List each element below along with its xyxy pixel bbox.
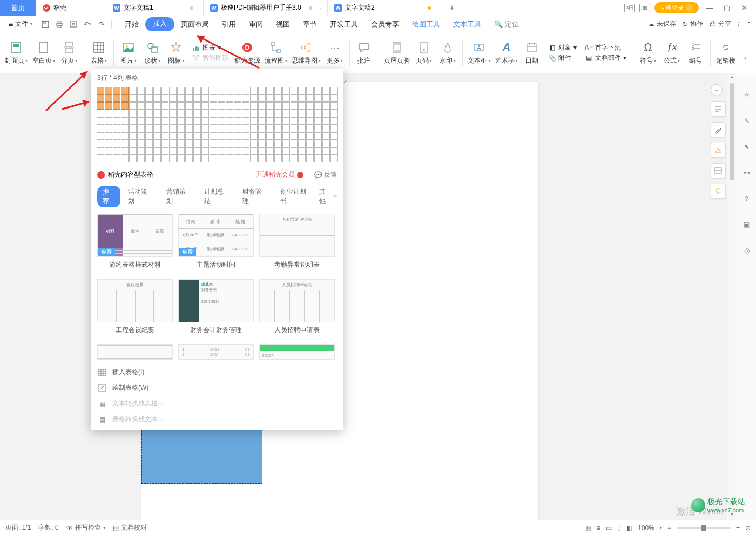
date-button[interactable]: 日期 (521, 38, 543, 67)
undo-icon[interactable]: ↶▾ (82, 19, 93, 30)
dao-res-button[interactable]: 稻壳资源 (233, 38, 262, 67)
home-tab[interactable]: 首页 (0, 0, 36, 16)
side-tool-shape[interactable] (711, 143, 726, 158)
vertical-scrollbar[interactable]: ▴ ▾ (727, 73, 737, 520)
open-vip-link[interactable]: 开通稻壳会员 (256, 170, 303, 179)
zoom-value[interactable]: 100% (638, 524, 654, 532)
template-item[interactable]: 人员招聘申请表 人员招聘申请表 (259, 279, 335, 338)
view-mode-1[interactable]: ▦ (585, 524, 591, 532)
save-icon[interactable] (40, 19, 51, 30)
menu-insert[interactable]: 插入 (145, 17, 174, 31)
template-item[interactable]: 森林木财务管理2014-2016 财务会计财务管理 (178, 279, 254, 338)
menu-chapter[interactable]: 章节 (296, 17, 323, 31)
cover-page-button[interactable]: 封面页▾ (3, 38, 30, 67)
add-tab-button[interactable]: + (441, 0, 463, 16)
rail-assist-icon[interactable]: ✧ (741, 90, 752, 100)
close-button[interactable]: ✕ (738, 4, 751, 12)
menu-devtools[interactable]: 开发工具 (323, 17, 364, 31)
box-icon[interactable]: ▫ (319, 5, 321, 11)
rail-pencil-icon[interactable]: ✎ (741, 116, 752, 126)
zoom-out[interactable]: − (667, 524, 671, 532)
doc-tab-1[interactable]: W文字文稿1 (106, 0, 204, 16)
file-menu[interactable]: ≡文件▾ (4, 19, 37, 29)
menu-review[interactable]: 审阅 (242, 17, 269, 31)
template-item[interactable]: 2015年 (259, 344, 335, 360)
side-tool-pencil[interactable] (711, 122, 726, 137)
cat-event[interactable]: 活动策划 (123, 186, 158, 207)
symbol-button[interactable]: Ω符号▾ (637, 38, 659, 67)
view-mode-2[interactable]: ≡ (597, 524, 600, 532)
icons-button[interactable]: 图标▾ (165, 38, 187, 67)
page-break-button[interactable]: 分页▾ (58, 38, 80, 67)
shapes-button[interactable]: 形状▾ (141, 38, 164, 67)
share-button[interactable]: 凸分享 (710, 19, 731, 29)
dropcap-button[interactable]: A≡首字下沉 (582, 43, 629, 52)
menu-vip[interactable]: 会员专享 (364, 17, 406, 31)
cat-plan[interactable]: 创业计划书 (275, 186, 317, 207)
textbox-button[interactable]: A文本框▾ (466, 38, 492, 67)
object-button[interactable]: ◧对象▾ (545, 43, 579, 52)
dao-tab[interactable]: 稻壳 (36, 0, 106, 16)
numbering-button[interactable]: 12编号 (684, 38, 707, 67)
blank-page-button[interactable]: 空白页▾ (31, 38, 57, 67)
menu-text[interactable]: 文本工具 (447, 17, 488, 31)
table-button[interactable]: 表格▾ (87, 38, 110, 67)
cat-summary[interactable]: 计划总结 (199, 186, 234, 207)
login-button[interactable]: 立即登录 (654, 2, 699, 13)
page-indicator[interactable]: 页面: 1/1 (5, 523, 31, 532)
menu-layout[interactable]: 页面布局 (174, 17, 215, 31)
template-item[interactable]: 考勤异常说明表 考勤异常说明表 (259, 214, 335, 273)
cat-finance[interactable]: 财务管理 (237, 186, 273, 207)
docpart-button[interactable]: ▤文档部件▾ (582, 53, 629, 63)
menu-draw[interactable]: 绘图工具 (406, 17, 447, 31)
formula-button[interactable]: ƒx公式▾ (660, 38, 683, 67)
zoom-out-round[interactable]: − (711, 84, 723, 96)
locate-button[interactable]: 🔍 定位 (488, 17, 525, 31)
redo-icon[interactable]: ↷ (96, 19, 107, 30)
side-tool-1[interactable] (711, 101, 726, 117)
insert-table-option[interactable]: 插入表格(I) (91, 362, 343, 380)
more-icon[interactable]: ⁝ (738, 21, 740, 28)
print-icon[interactable] (54, 19, 65, 30)
maximize-button[interactable]: ▢ (720, 4, 733, 12)
watermark-button[interactable]: 水印▾ (436, 38, 459, 67)
rail-help-icon[interactable]: ? (741, 193, 752, 204)
rail-image-icon[interactable]: ▣ (741, 219, 752, 230)
menu-view[interactable]: 视图 (269, 17, 296, 31)
collapse-ribbon-icon[interactable]: ⌃ (746, 21, 752, 28)
word-count[interactable]: 字数: 0 (38, 523, 58, 532)
apps-icon[interactable]: ▦ (639, 4, 650, 12)
fit-icon[interactable]: ⊙ (745, 524, 751, 532)
rail-settings-icon[interactable]: ⊶ (741, 167, 752, 178)
zoom-slider[interactable] (677, 527, 731, 529)
scroll-thumb[interactable] (730, 83, 734, 180)
comment-button[interactable]: 批注 (353, 38, 375, 67)
rail-select-icon[interactable]: ⬉ (741, 141, 752, 152)
chart-button[interactable]: 图表▾ (190, 43, 231, 52)
side-tool-bulb[interactable] (711, 184, 726, 199)
mindmap-button[interactable]: 思维导图▾ (290, 38, 322, 67)
collab-button[interactable]: ↻协作 (683, 19, 703, 29)
cat-recommended[interactable]: 推荐 (97, 186, 120, 207)
menu-ref[interactable]: 引用 (215, 17, 242, 31)
feedback-link[interactable]: 💬反馈 (314, 170, 337, 179)
picture-button[interactable]: 图片▾ (117, 38, 140, 67)
template-item[interactable]: 时 间媒 体规 格8月26日淮海晚报24.2×36.8月2日淮海晚报24.2×3… (178, 214, 254, 273)
view-mode-5[interactable]: ◧ (626, 524, 632, 532)
template-item[interactable]: 材料属性反应免费 简约表格样式材料 (97, 214, 173, 273)
scroll-up-icon[interactable]: ▴ (731, 73, 733, 82)
template-item[interactable] (97, 344, 173, 360)
doc-tab-2[interactable]: W极速PDF编辑器用户手册3.0▫ (204, 0, 328, 16)
close-dot[interactable] (190, 6, 193, 10)
page-number-button[interactable]: #页码▾ (413, 38, 435, 67)
days-badge[interactable]: 3日 (624, 4, 635, 12)
view-mode-3[interactable]: ▭ (606, 524, 612, 532)
minimize-button[interactable]: — (703, 4, 716, 12)
proof-button[interactable]: ▤文档校对 (113, 523, 147, 532)
flowchart-button[interactable]: 流程图▾ (263, 38, 289, 67)
preview-icon[interactable] (68, 19, 79, 30)
hyperlink-button[interactable]: 超链接 (714, 38, 737, 67)
doc-tab-active[interactable]: W文字文稿2 (328, 0, 441, 16)
attachment-button[interactable]: 📎附件 (545, 53, 579, 63)
unsaved-indicator[interactable]: ☁未保存 (648, 19, 676, 29)
